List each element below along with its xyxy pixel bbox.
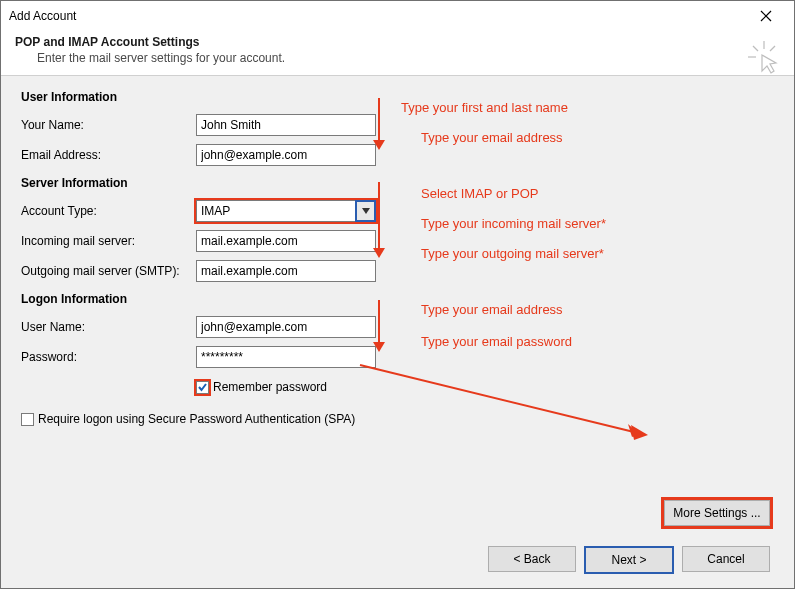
svg-line-5 <box>770 46 775 51</box>
label-remember-password: Remember password <box>213 380 327 394</box>
next-label: Next > <box>611 553 646 567</box>
tip-incoming: Type your incoming mail server* <box>421 216 606 231</box>
label-outgoing: Outgoing mail server (SMTP): <box>21 264 196 278</box>
input-email[interactable] <box>196 144 376 166</box>
row-account-type: Account Type: IMAP <box>21 196 774 226</box>
titlebar: Add Account <box>1 1 794 31</box>
row-incoming: Incoming mail server: <box>21 226 774 256</box>
label-your-name: Your Name: <box>21 118 196 132</box>
cancel-label: Cancel <box>707 552 744 566</box>
svg-line-4 <box>753 46 758 51</box>
cancel-button[interactable]: Cancel <box>682 546 770 572</box>
button-bar: < Back Next > Cancel <box>488 546 770 574</box>
label-incoming: Incoming mail server: <box>21 234 196 248</box>
add-account-window: Add Account POP and IMAP Account Setting… <box>0 0 795 589</box>
label-password: Password: <box>21 350 196 364</box>
label-email: Email Address: <box>21 148 196 162</box>
tip-password: Type your email password <box>421 334 572 349</box>
input-password[interactable] <box>196 346 376 368</box>
row-user-name: User Name: <box>21 312 774 342</box>
dialog-content: User Information Your Name: Email Addres… <box>1 76 794 588</box>
row-email: Email Address: <box>21 140 774 170</box>
back-label: < Back <box>513 552 550 566</box>
close-button[interactable] <box>746 2 786 30</box>
dialog-header: POP and IMAP Account Settings Enter the … <box>1 31 794 76</box>
header-title: POP and IMAP Account Settings <box>15 35 780 49</box>
label-account-type: Account Type: <box>21 204 196 218</box>
arrow-more-settings <box>356 361 656 451</box>
input-outgoing[interactable] <box>196 260 376 282</box>
arrow-server-info <box>369 180 389 260</box>
input-your-name[interactable] <box>196 114 376 136</box>
tip-your-name: Type your first and last name <box>401 100 568 115</box>
checkmark-icon <box>197 382 208 393</box>
back-button[interactable]: < Back <box>488 546 576 572</box>
header-subtitle: Enter the mail server settings for your … <box>15 51 780 65</box>
row-your-name: Your Name: <box>21 110 774 140</box>
dropdown-account-type[interactable]: IMAP <box>196 200 376 222</box>
tip-outgoing: Type your outgoing mail server* <box>421 246 604 261</box>
tip-email: Type your email address <box>421 130 563 145</box>
input-user-name[interactable] <box>196 316 376 338</box>
tip-account-type: Select IMAP or POP <box>421 186 539 201</box>
section-user-information: User Information <box>21 90 774 104</box>
close-icon <box>760 10 772 22</box>
section-server-information: Server Information <box>21 176 774 190</box>
window-title: Add Account <box>9 9 746 23</box>
row-outgoing: Outgoing mail server (SMTP): <box>21 256 774 286</box>
dropdown-account-type-value: IMAP <box>197 204 356 218</box>
next-button[interactable]: Next > <box>584 546 674 574</box>
more-settings-label: More Settings ... <box>673 506 760 520</box>
cursor-click-icon <box>746 39 782 75</box>
checkbox-remember-password[interactable] <box>196 381 209 394</box>
section-logon-information: Logon Information <box>21 292 774 306</box>
svg-line-9 <box>360 365 638 433</box>
label-user-name: User Name: <box>21 320 196 334</box>
tip-user-name: Type your email address <box>421 302 563 317</box>
svg-marker-10 <box>631 425 648 440</box>
arrow-user-info <box>369 96 389 152</box>
input-incoming[interactable] <box>196 230 376 252</box>
arrow-logon-info <box>369 298 389 354</box>
checkbox-require-spa[interactable] <box>21 413 34 426</box>
label-require-spa: Require logon using Secure Password Auth… <box>38 412 355 426</box>
more-settings-button[interactable]: More Settings ... <box>664 500 770 526</box>
